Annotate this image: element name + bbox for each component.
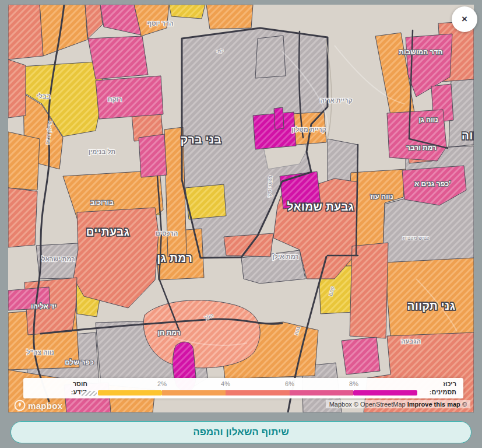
close-button[interactable]: × (452, 6, 477, 32)
map-label-neve-tzahal: נווה צה"ל (26, 349, 54, 356)
scale-segment-1 (98, 390, 162, 396)
map-label-neve-oz: נווה עוז (370, 192, 393, 201)
legend-concentration-title: ריכוז (404, 380, 456, 388)
map-dialog: בני ברק גבעתיים רמת גן גבעת שמואל גני תק… (0, 0, 482, 448)
map-label-kiryat-arye: קריית אריה (320, 97, 352, 104)
map-label-bnei-brak: בני ברק (181, 134, 221, 146)
map-label-ramat-gan: רמת גן (157, 252, 193, 264)
map-label-kvish-mekabit: כביש מכבית (403, 235, 430, 241)
no-data-hatch-swatch (82, 391, 97, 396)
legend-concentration-subtitle: תסמינים: (404, 388, 456, 396)
map-label-hadar-hamoshavot: הדר המושבות (399, 48, 442, 56)
map-label-bavli: בבלי (37, 93, 50, 100)
legend-no-data-subtitle: מידע: (34, 388, 87, 396)
attribution-copyright: © (462, 401, 467, 408)
map-label-givatayim: גבעתיים (86, 226, 130, 238)
mapbox-logo-text: mapbox (28, 401, 62, 411)
map-label-ramat-ilan: רמת אילן (272, 253, 298, 260)
map-label-harechasim: הרכסים (156, 230, 178, 237)
map-label-yad-eliyahu: יד אליהו (31, 302, 57, 310)
map-label-ganei-tikva: גני תקווה (407, 300, 456, 312)
scale-tick-2pct: 2% (150, 380, 174, 387)
map-label-ramat-israel: רמת ישראל (41, 256, 75, 262)
concentration-scale-bar (98, 390, 417, 396)
map-attribution: Mapbox © OpenStreetMap Improve this map … (326, 400, 470, 408)
legend-panel: חוסר מידע: 2% 4% 6% 8% (23, 378, 463, 398)
improve-map-link[interactable]: Improve this map (407, 401, 460, 408)
region-polygons (8, 5, 474, 412)
share-questionnaire-map-button[interactable]: שיתוף השאלון והמפה (10, 421, 472, 443)
map-label-tel-binyamin: תל בנימין (89, 148, 116, 155)
scale-tick-8pct: 8% (342, 380, 365, 387)
map-label-petah-tikva-partial: ווה (462, 130, 474, 142)
scale-segment-4 (290, 390, 353, 396)
legend-concentration-label: ריכוז תסמינים: (404, 380, 456, 396)
map-label-kfar-shalem: כפר שלם (65, 358, 94, 366)
scale-tick-6pct: 6% (278, 380, 301, 387)
mapbox-logo-icon (14, 400, 26, 411)
choropleth-map[interactable]: בני ברק גבעתיים רמת גן גבעת שמואל גני תק… (8, 5, 474, 412)
map-label-kfar-ganim-a: כפר גנים א' (414, 180, 451, 188)
legend-no-data-label: חוסר מידע: (34, 380, 87, 396)
map-label-hadar-yosef: הדר יוסף (147, 20, 174, 27)
map-label-borochov: בורוכוב (90, 198, 114, 206)
map-label-ramat-chen: רמת חן (157, 328, 180, 337)
map-label-hagiva: הגבעה (401, 338, 421, 345)
map-label-neve-gan: נווה גן (418, 116, 438, 124)
map-label-ramat-verber: רמת ורבר (406, 144, 437, 152)
scale-segment-2 (162, 390, 226, 396)
scale-segment-3 (226, 390, 290, 396)
mapbox-logo[interactable]: mapbox (14, 400, 62, 411)
attribution-text[interactable]: Mapbox © OpenStreetMap (329, 401, 406, 408)
scale-tick-4pct: 4% (214, 380, 237, 387)
map-viewport[interactable]: בני ברק גבעתיים רמת גן גבעת שמואל גני תק… (8, 5, 474, 412)
map-label-givat-shmuel: גבעת שמואל (287, 201, 354, 213)
map-label-rokach: רוקח (108, 96, 122, 103)
map-label-kiryat-matalon: קריית מטלון (291, 126, 326, 133)
legend-no-data-title: חוסר (34, 380, 87, 388)
